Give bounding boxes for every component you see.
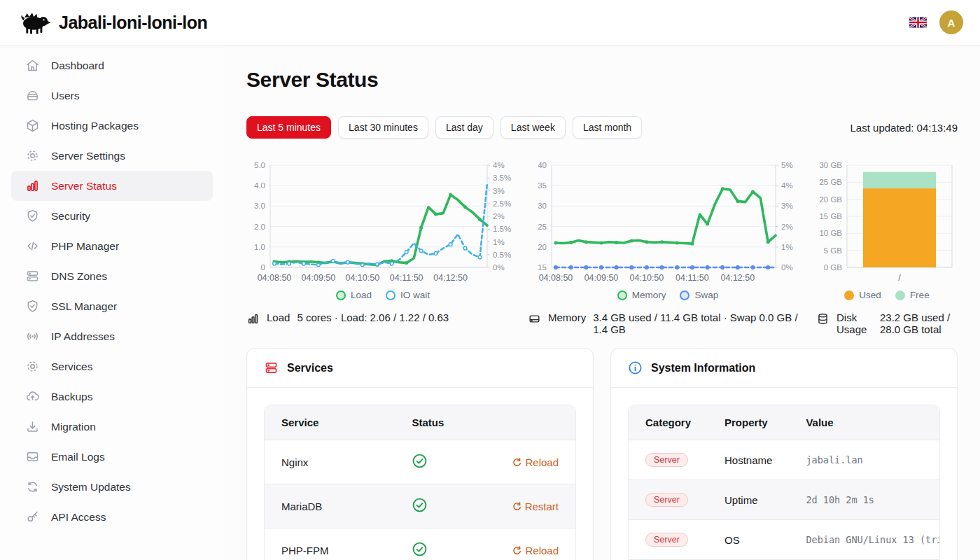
svg-text:0 GB: 0 GB <box>824 263 843 272</box>
sidebar-item-email-logs[interactable]: Email Logs <box>11 442 213 472</box>
svg-text:5%: 5% <box>781 161 793 169</box>
time-range-filter: Last 5 minutes Last 30 minutes Last day … <box>246 116 958 139</box>
disk-chart-panel: 30 GB25 GB20 GB15 GB10 GB5 GB0 GB/ Used … <box>816 157 958 335</box>
legend-swap[interactable]: Swap <box>680 290 718 300</box>
system-information-card: System Information Category Property Val… <box>610 348 958 560</box>
server-stack-icon <box>25 269 40 284</box>
download-icon <box>25 419 40 434</box>
sidebar-item-ssl-manager[interactable]: SSL Manager <box>11 291 213 321</box>
svg-text:15 GB: 15 GB <box>819 212 842 220</box>
status-ok-icon <box>395 528 488 560</box>
load-chart-legend: Load IO wait <box>246 290 519 300</box>
sidebar-item-server-status[interactable]: Server Status <box>11 171 213 201</box>
svg-text:04:08:50: 04:08:50 <box>258 273 292 283</box>
filter-last-week[interactable]: Last week <box>500 116 566 139</box>
restart-button[interactable]: Restart <box>489 484 575 528</box>
property-value: jabali.lan <box>806 454 940 465</box>
svg-text:/: / <box>898 273 901 283</box>
svg-text:04:11:50: 04:11:50 <box>676 273 709 283</box>
page-title: Server Status <box>246 68 958 92</box>
sidebar-item-services[interactable]: Services <box>11 351 213 382</box>
memory-chart: 4035302520155%4%3%2%1%0%04:08:5004:09:50… <box>528 157 808 288</box>
svg-text:4.0: 4.0 <box>254 181 265 190</box>
services-card-title: Services <box>287 362 333 374</box>
reload-button[interactable]: Reload <box>489 528 575 560</box>
refresh-icon <box>512 458 522 468</box>
cloud-upload-icon <box>25 389 40 404</box>
user-avatar[interactable]: A <box>939 10 963 34</box>
sidebar-item-hosting-packages[interactable]: Hosting Packages <box>11 111 213 141</box>
property-name: OS <box>708 520 789 560</box>
memory-chart-panel: 4035302520155%4%3%2%1%0%04:08:5004:09:50… <box>528 157 808 335</box>
category-badge: Server <box>645 493 688 507</box>
legend-io-wait[interactable]: IO wait <box>386 290 430 300</box>
legend-load[interactable]: Load <box>336 290 372 300</box>
brand: Jabali-loni-loni-lon <box>20 10 207 35</box>
svg-text:3.5%: 3.5% <box>493 174 511 182</box>
svg-text:2%: 2% <box>493 212 505 220</box>
load-chart-panel: 5.04.03.02.01.004%3.5%3%2.5%2%1.5%1%0.5%… <box>246 157 519 335</box>
table-row: Server OS Debian GNU/Linux 13 (trixie) <box>629 520 940 560</box>
sidebar-item-dns-zones[interactable]: DNS Zones <box>11 261 213 291</box>
service-name: PHP-FPM <box>265 528 395 560</box>
services-table: Service Status Nginx Reload <box>265 405 575 560</box>
sidebar-item-server-settings[interactable]: Server Settings <box>11 141 213 171</box>
svg-text:25: 25 <box>538 223 547 231</box>
service-name: MariaDB <box>265 484 395 528</box>
sidebar-item-migration[interactable]: Migration <box>11 412 213 442</box>
bar-chart-icon <box>246 312 260 326</box>
svg-text:0%: 0% <box>781 263 793 272</box>
svg-text:5 GB: 5 GB <box>824 246 843 255</box>
home-icon <box>25 58 40 73</box>
property-name: Hostname <box>708 440 789 480</box>
svg-text:04:10:50: 04:10:50 <box>630 273 664 283</box>
inbox-icon <box>25 449 40 464</box>
svg-text:40: 40 <box>538 161 547 169</box>
services-card: Services Service Status <box>246 348 594 560</box>
svg-text:0%: 0% <box>493 263 505 272</box>
svg-text:2.0: 2.0 <box>254 223 265 231</box>
refresh-icon <box>512 546 522 556</box>
key-icon <box>25 510 40 524</box>
table-row: Server Uptime 2d 10h 2m 1s <box>629 480 940 520</box>
svg-text:30 GB: 30 GB <box>819 161 842 169</box>
system-info-table: Category Property Value Server Hostname … <box>629 405 940 560</box>
svg-text:1.5%: 1.5% <box>493 225 511 233</box>
gear-icon <box>25 148 40 163</box>
legend-memory[interactable]: Memory <box>617 290 666 300</box>
svg-text:1.0: 1.0 <box>254 243 265 251</box>
language-flag-icon[interactable] <box>909 17 927 28</box>
svg-text:3.0: 3.0 <box>254 202 265 210</box>
filter-last-day[interactable]: Last day <box>435 116 493 139</box>
service-name: Nginx <box>265 440 395 484</box>
sidebar-item-users[interactable]: Users <box>11 80 213 111</box>
svg-text:10 GB: 10 GB <box>819 229 842 237</box>
sidebar-item-security[interactable]: Security <box>11 201 213 231</box>
sidebar-item-system-updates[interactable]: System Updates <box>11 472 213 502</box>
sidebar: Dashboard Users Hosting Packages Server … <box>0 45 224 560</box>
svg-text:3%: 3% <box>493 187 505 195</box>
disk-chart-legend: Used Free <box>816 290 958 300</box>
sidebar-item-dashboard[interactable]: Dashboard <box>11 50 213 80</box>
sidebar-item-api-access[interactable]: API Access <box>11 502 213 532</box>
hard-drive-icon <box>528 312 541 326</box>
filter-last-30-minutes[interactable]: Last 30 minutes <box>338 116 428 139</box>
svg-text:04:09:50: 04:09:50 <box>302 273 336 283</box>
table-row: Nginx Reload <box>265 440 575 484</box>
category-badge: Server <box>645 453 688 467</box>
svg-text:2%: 2% <box>781 223 793 231</box>
legend-free[interactable]: Free <box>895 290 930 300</box>
filter-last-5-minutes[interactable]: Last 5 minutes <box>246 116 331 139</box>
gear-icon <box>25 359 40 374</box>
legend-used[interactable]: Used <box>844 290 881 300</box>
sidebar-item-php-manager[interactable]: PHP Manager <box>11 231 213 261</box>
sidebar-item-ip-addresses[interactable]: IP Addresses <box>11 321 213 351</box>
sidebar-item-backups[interactable]: Backups <box>11 382 213 412</box>
property-value: 2d 10h 2m 1s <box>806 494 940 505</box>
memory-summary: Memory 3.4 GB used / 11.4 GB total · Swa… <box>528 312 808 335</box>
svg-text:30: 30 <box>538 202 547 210</box>
main-content: Server Status Last 5 minutes Last 30 min… <box>224 45 980 560</box>
svg-text:2.5%: 2.5% <box>493 200 511 208</box>
filter-last-month[interactable]: Last month <box>573 116 642 139</box>
reload-button[interactable]: Reload <box>489 440 575 484</box>
